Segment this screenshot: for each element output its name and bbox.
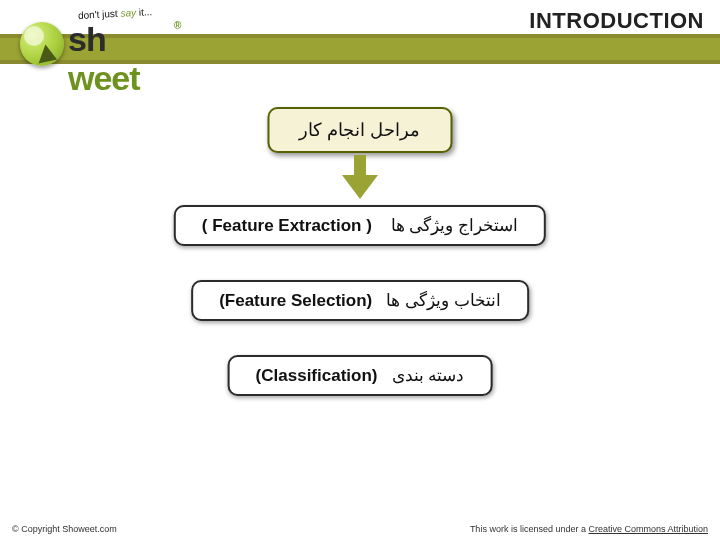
box-classification-en: (Classification): [256, 366, 378, 385]
footer-license-pre: This work is licensed under a: [470, 524, 589, 534]
box-stages-label: مراحل انجام کار: [299, 120, 420, 140]
box-classification-fa: دسته بندی: [392, 366, 465, 385]
logo-tagline: don't just say it...: [78, 6, 153, 21]
header: INTRODUCTION don't just say it... shweet…: [0, 0, 720, 70]
box-feature-extraction-en: ( Feature Extraction ): [202, 216, 372, 235]
footer-license: This work is licensed under a Creative C…: [470, 524, 708, 534]
page-title: INTRODUCTION: [529, 8, 704, 34]
box-feature-extraction-fa: استخراج ویژگی ها: [391, 216, 518, 235]
showeet-logo: don't just say it... shweet ®: [10, 10, 180, 70]
logo-pointer-icon: [20, 22, 64, 66]
content-stage: مراحل انجام کار ( Feature Extraction ) ا…: [0, 85, 720, 510]
box-feature-extraction: ( Feature Extraction ) استخراج ویژگی ها: [174, 205, 546, 246]
registered-icon: ®: [174, 20, 181, 31]
box-stages: مراحل انجام کار: [267, 107, 452, 153]
footer-license-link[interactable]: Creative Commons Attribution: [588, 524, 708, 534]
footer-copyright: © Copyright Showeet.com: [12, 524, 117, 534]
box-classification: (Classification) دسته بندی: [228, 355, 493, 396]
down-arrow-icon: [342, 155, 378, 199]
box-feature-selection-en: (Feature Selection): [219, 291, 372, 310]
footer: © Copyright Showeet.com This work is lic…: [0, 518, 720, 540]
box-feature-selection-fa: انتخاب ویژگی ها: [386, 291, 500, 310]
box-feature-selection: (Feature Selection) انتخاب ویژگی ها: [191, 280, 529, 321]
